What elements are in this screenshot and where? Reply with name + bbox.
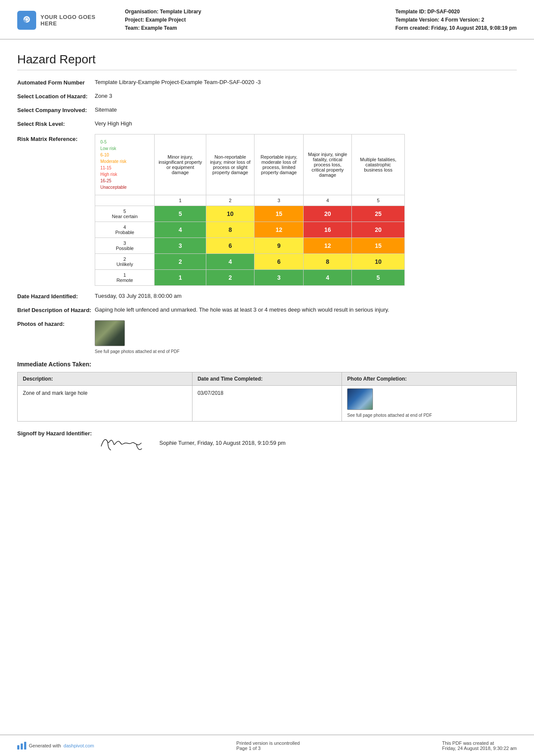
matrix-row-2: 2Unlikely 2 4 6 8 10 (95, 253, 405, 269)
date-row: Date Hazard Identified: Tuesday, 03 July… (17, 293, 517, 300)
team-line: Team: Example Team (125, 24, 201, 32)
col-datetime: Date and Time Completed: (192, 372, 342, 385)
col-header-3: Reportable injury, moderate loss of proc… (255, 134, 304, 195)
col-header-4: Major injury, single fatality, critical … (304, 134, 352, 195)
risk-matrix-row: Risk Matrix Reference: 0-5Low risk 6-10M… (17, 134, 517, 286)
action-photo-thumbnail (347, 388, 373, 410)
risk-legend: 0-5Low risk 6-10Moderate risk 11-15High … (99, 137, 151, 192)
cell-5-2: 10 (206, 206, 254, 222)
cell-2-2: 4 (206, 253, 254, 269)
cell-5-3: 15 (255, 206, 304, 222)
cell-2-4: 8 (304, 253, 352, 269)
cell-5-1: 5 (155, 206, 206, 222)
matrix-row-1: 1Remote 1 2 3 4 5 (95, 269, 405, 285)
svg-point-0 (25, 18, 28, 21)
photos-row: Photos of hazard: See full page photos a… (17, 320, 517, 354)
col-num-1: 1 (155, 195, 206, 206)
signoff-value: Sophie Turner, Friday, 10 August 2018, 9… (159, 440, 286, 446)
matrix-row-4: 4Probable 4 8 12 16 20 (95, 222, 405, 237)
dashpivot-link[interactable]: dashpivot.com (64, 743, 94, 748)
actions-table-header: Description: Date and Time Completed: Ph… (18, 372, 517, 385)
col-num-4: 4 (304, 195, 352, 206)
signoff-row: Signoff by Hazard Identifier: Sophie Tur… (17, 430, 517, 456)
header: YOUR LOGO GOES HERE Organisation: Templa… (0, 0, 534, 40)
action-description: Zone of and mark large hole (18, 385, 192, 421)
automated-form-label: Automated Form Number (17, 79, 95, 86)
cell-1-1: 1 (155, 269, 206, 285)
risk-matrix-table: 0-5Low risk 6-10Moderate risk 11-15High … (95, 134, 405, 286)
automated-form-row: Automated Form Number Template Library-E… (17, 79, 517, 86)
row-label-3: 3Possible (95, 237, 155, 253)
photos-caption: See full page photos attached at end of … (95, 349, 517, 354)
page: YOUR LOGO GOES HERE Organisation: Templa… (0, 0, 534, 756)
project-line: Project: Example Project (125, 16, 201, 24)
header-meta-left: Organisation: Template Library Project: … (125, 8, 201, 33)
footer: Generated with dashpivot.com Printed ver… (0, 734, 534, 756)
cell-4-3: 12 (255, 222, 304, 237)
template-id-line: Template ID: DP-SAF-0020 (395, 8, 517, 16)
cell-3-3: 9 (255, 237, 304, 253)
cell-2-5: 10 (352, 253, 405, 269)
description-label: Brief Description of Hazard: (17, 306, 95, 313)
cell-1-3: 3 (255, 269, 304, 285)
photos-label: Photos of hazard: (17, 320, 95, 327)
cell-2-3: 6 (255, 253, 304, 269)
project-value: Example Project (146, 17, 186, 23)
footer-pdf-created-value: Friday, 24 August 2018, 9:30:22 am (442, 746, 517, 751)
company-row: Select Company Involved: Sitemate (17, 106, 517, 113)
matrix-row-3: 3Possible 3 6 9 12 15 (95, 237, 405, 253)
location-row: Select Location of Hazard: Zone 3 (17, 93, 517, 100)
signoff-label: Signoff by Hazard Identifier: (17, 430, 95, 437)
col-header-1: Minor injury, insignificant property or … (155, 134, 206, 195)
table-row: Zone of and mark large hole 03/07/2018 S… (18, 385, 517, 421)
cell-3-4: 12 (304, 237, 352, 253)
row-label-4: 4Probable (95, 222, 155, 237)
logo-text: YOUR LOGO GOES HERE (40, 14, 112, 27)
company-label: Select Company Involved: (17, 106, 95, 113)
footer-uncontrolled-text: Printed version is uncontrolled (236, 740, 300, 746)
photos-content: See full page photos attached at end of … (95, 320, 517, 354)
col-photo: Photo After Completion: (342, 372, 517, 385)
company-value: Sitemate (95, 106, 517, 113)
cell-1-4: 4 (304, 269, 352, 285)
cell-3-2: 6 (206, 237, 254, 253)
form-created-line: Form created: Friday, 10 August 2018, 9:… (395, 24, 517, 32)
action-photo-caption: See full page photos attached at end of … (347, 413, 511, 418)
cell-5-5: 25 (352, 206, 405, 222)
footer-page: Page 1 of 3 (236, 746, 300, 751)
col-num-5: 5 (352, 195, 405, 206)
col-header-2: Non-reportable injury, minor loss of pro… (206, 134, 254, 195)
row-label-2: 2Unlikely (95, 253, 155, 269)
location-value: Zone 3 (95, 93, 517, 99)
row-label-1: 1Remote (95, 269, 155, 285)
main-content: Hazard Report Automated Form Number Temp… (0, 40, 534, 734)
org-value: Template Library (160, 9, 201, 15)
footer-logo: Generated with dashpivot.com (17, 742, 94, 750)
template-id-value: DP-SAF-0020 (427, 9, 459, 15)
page-current: 1 (249, 746, 251, 751)
cell-2-1: 2 (155, 253, 206, 269)
row-label-5: 5Near certain (95, 206, 155, 222)
legend-low: 0-5Low risk (100, 139, 149, 152)
legend-high: 11-15High risk (100, 165, 149, 178)
page-label: Page (236, 746, 248, 751)
description-value: Gaping hole left unfenced and unmarked. … (95, 306, 517, 313)
cell-3-1: 3 (155, 237, 206, 253)
signature-svg (97, 431, 144, 455)
form-ver-value: 2 (481, 17, 484, 23)
logo-icon (17, 11, 36, 30)
page-of: of (253, 746, 257, 751)
cell-4-4: 16 (304, 222, 352, 237)
cell-4-1: 4 (155, 222, 206, 237)
legend-moderate: 6-10Moderate risk (100, 152, 149, 165)
risk-level-row: Select Risk Level: Very High High (17, 120, 517, 127)
cell-3-5: 15 (352, 237, 405, 253)
report-title: Hazard Report (17, 53, 517, 70)
cell-1-5: 5 (352, 269, 405, 285)
col-num-3: 3 (255, 195, 304, 206)
risk-level-label: Select Risk Level: (17, 120, 95, 127)
actions-table: Description: Date and Time Completed: Ph… (17, 372, 517, 422)
bar-2 (21, 744, 23, 750)
matrix-row-5: 5Near certain 5 10 15 20 25 (95, 206, 405, 222)
signoff-content: Sophie Turner, Friday, 10 August 2018, 9… (95, 430, 286, 456)
